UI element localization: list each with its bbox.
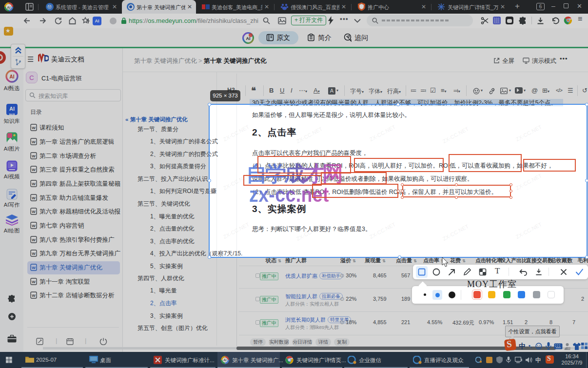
svg-text:W: W xyxy=(32,210,36,214)
svg-text:W: W xyxy=(32,238,36,242)
svg-text:AI: AI xyxy=(7,5,11,10)
svg-text:W: W xyxy=(32,196,36,200)
svg-text:W: W xyxy=(32,266,36,270)
svg-text:W: W xyxy=(32,140,36,144)
svg-text:W: W xyxy=(32,154,36,158)
svg-text:AI: AI xyxy=(10,74,15,79)
svg-text:W: W xyxy=(32,293,36,298)
svg-text:W: W xyxy=(32,126,36,130)
svg-text:W: W xyxy=(32,224,36,228)
svg-text:W: W xyxy=(32,168,36,172)
svg-text:W: W xyxy=(32,252,36,256)
svg-text:AI: AI xyxy=(223,358,227,362)
svg-text:W: W xyxy=(32,182,36,186)
svg-text:W: W xyxy=(32,280,36,284)
